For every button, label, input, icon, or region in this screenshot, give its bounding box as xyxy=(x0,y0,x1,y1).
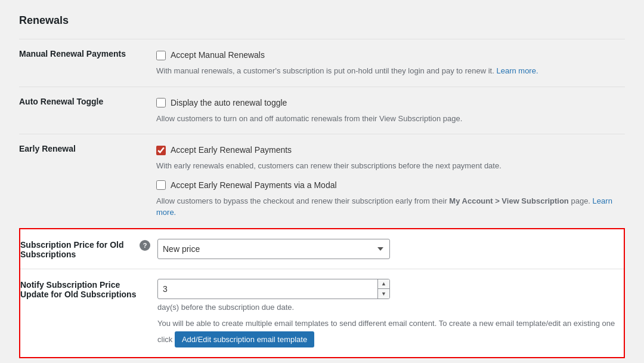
label-early-renewal: Early Renewal xyxy=(19,134,156,228)
number-input-wrapper: ▲ ▼ xyxy=(157,279,390,299)
table-row: Early Renewal Accept Early Renewal Payme… xyxy=(19,134,625,228)
settings-table: Manual Renewal Payments Accept Manual Re… xyxy=(19,39,625,228)
content-early-renewal: Accept Early Renewal Payments With early… xyxy=(156,134,625,228)
days-text: day(s) before the subscription due date. xyxy=(157,303,624,312)
notify-description: You will be able to create multiple emai… xyxy=(157,318,624,348)
label-manual-renewal: Manual Renewal Payments xyxy=(19,39,156,87)
table-row: Manual Renewal Payments Accept Manual Re… xyxy=(19,39,625,87)
subscription-price-select[interactable]: New price Old price xyxy=(157,239,390,259)
content-auto-renewal: Display the auto renewal toggle Allow cu… xyxy=(156,87,625,134)
early-renewal-checkbox[interactable] xyxy=(156,146,166,155)
section-title: Renewals xyxy=(19,14,625,27)
hl-content-notify: ▲ ▼ day(s) before the subscription due d… xyxy=(157,279,624,348)
auto-renewal-description: Allow customers to turn on and off autom… xyxy=(156,113,625,125)
highlighted-row-price: Subscription Price for Old Subscriptions… xyxy=(20,229,624,269)
label-with-help-price: Subscription Price for Old Subscriptions… xyxy=(20,240,150,259)
notify-days-input[interactable] xyxy=(158,282,377,296)
content-manual-renewal: Accept Manual Renewals With manual renew… xyxy=(156,39,625,87)
spinner-down-button[interactable]: ▼ xyxy=(378,289,389,299)
manual-renewals-label[interactable]: Accept Manual Renewals xyxy=(171,49,265,61)
hl-label-notify: Notify Subscription Price Update for Old… xyxy=(20,279,157,299)
early-renewal-bold-text: My Account > View Subscription xyxy=(449,196,568,205)
manual-renewals-checkbox[interactable] xyxy=(156,51,166,60)
early-renewal-description-main: With early renewals enabled, customers c… xyxy=(156,160,625,172)
early-renewal-modal-checkbox[interactable] xyxy=(156,180,166,190)
manual-renewal-learn-more[interactable]: Learn more. xyxy=(496,66,538,75)
hl-content-price: New price Old price xyxy=(157,239,624,259)
add-edit-template-button[interactable]: Add/Edit subscription email template xyxy=(175,331,314,347)
early-renewal-label[interactable]: Accept Early Renewal Payments xyxy=(171,144,292,156)
spinner-up-button[interactable]: ▲ xyxy=(378,279,389,290)
table-row: Auto Renewal Toggle Display the auto ren… xyxy=(19,87,625,134)
highlighted-row-notify: Notify Subscription Price Update for Old… xyxy=(20,269,624,358)
checkbox-row-early-main: Accept Early Renewal Payments xyxy=(156,144,625,156)
auto-renewal-checkbox[interactable] xyxy=(156,98,166,107)
hl-label-price: Subscription Price for Old Subscriptions… xyxy=(20,239,157,259)
label-auto-renewal: Auto Renewal Toggle xyxy=(19,87,156,134)
checkbox-row-manual: Accept Manual Renewals xyxy=(156,49,625,61)
checkbox-row-auto: Display the auto renewal toggle xyxy=(156,97,625,109)
manual-renewal-description: With manual renewals, a customer's subsc… xyxy=(156,65,625,77)
early-renewal-modal-label[interactable]: Accept Early Renewal Payments via a Moda… xyxy=(171,179,337,192)
help-icon-price[interactable]: ? xyxy=(140,240,150,251)
highlighted-section: Subscription Price for Old Subscriptions… xyxy=(19,228,625,359)
spinner-buttons: ▲ ▼ xyxy=(377,279,389,299)
auto-renewal-label[interactable]: Display the auto renewal toggle xyxy=(171,97,287,109)
early-renewal-description-modal: Allow customers to bypass the checkout a… xyxy=(156,195,625,219)
checkbox-row-early-modal: Accept Early Renewal Payments via a Moda… xyxy=(156,179,625,192)
